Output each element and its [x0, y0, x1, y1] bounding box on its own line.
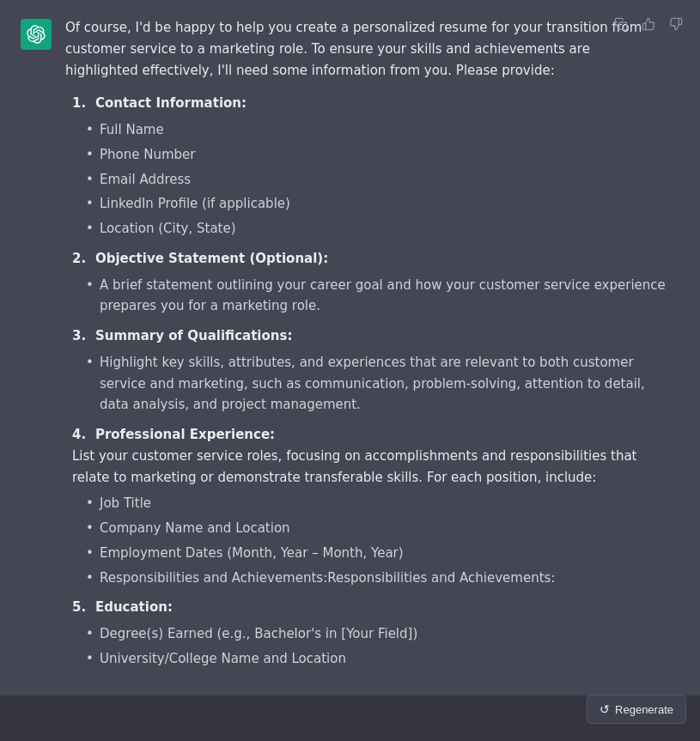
list-item: Highlight key skills, attributes, and ex…: [86, 352, 667, 416]
section-5-heading: Education:: [95, 599, 173, 615]
section-4-description: List your customer service roles, focusi…: [72, 448, 636, 485]
list-item: University/College Name and Location: [86, 648, 667, 670]
list-item: A brief statement outlining your career …: [86, 275, 667, 318]
assistant-avatar: [21, 19, 52, 50]
list-item: Degree(s) Earned (e.g., Bachelor's in [Y…: [86, 623, 667, 645]
section-3-items: Highlight key skills, attributes, and ex…: [86, 352, 667, 416]
intro-paragraph: Of course, I'd be happy to help you crea…: [65, 17, 667, 81]
section-5-items: Degree(s) Earned (e.g., Bachelor's in [Y…: [86, 623, 667, 670]
section-4-heading: Professional Experience:: [95, 427, 275, 442]
section-3: Summary of Qualifications: Highlight key…: [69, 325, 667, 416]
section-2-heading: Objective Statement (Optional):: [95, 251, 328, 266]
section-1-items: Full Name Phone Number Email Address Lin…: [86, 119, 667, 240]
regenerate-label: Regenerate: [615, 703, 673, 716]
regenerate-button[interactable]: ↺ Regenerate: [587, 695, 686, 724]
svg-rect-0: [619, 22, 627, 30]
regenerate-container: ↺ Regenerate: [587, 695, 686, 724]
thumbs-down-button[interactable]: [666, 14, 686, 34]
sections-list: Contact Information: Full Name Phone Num…: [69, 93, 667, 669]
section-4-items: Job Title Company Name and Location Empl…: [86, 493, 667, 588]
section-4: Professional Experience: List your custo…: [69, 424, 667, 588]
message-body: Of course, I'd be happy to help you crea…: [65, 17, 667, 678]
section-1: Contact Information: Full Name Phone Num…: [69, 93, 667, 240]
section-2: Objective Statement (Optional): A brief …: [69, 248, 667, 317]
copy-icon: [614, 17, 628, 31]
thumbs-up-button[interactable]: [638, 14, 659, 34]
openai-logo-icon: [27, 25, 46, 44]
list-item: Job Title: [86, 493, 667, 514]
list-item: Phone Number: [86, 144, 667, 166]
thumbs-up-icon: [642, 17, 655, 31]
list-item: Full Name: [86, 119, 667, 141]
list-item: Responsibilities and Achievements:Respon…: [86, 568, 667, 589]
list-item: LinkedIn Profile (if applicable): [86, 193, 667, 215]
message-text: Of course, I'd be happy to help you crea…: [65, 17, 667, 670]
section-5: Education: Degree(s) Earned (e.g., Bache…: [69, 597, 667, 669]
thumbs-down-icon: [669, 17, 683, 31]
chat-message: Of course, I'd be happy to help you crea…: [0, 0, 700, 695]
list-item: Employment Dates (Month, Year – Month, Y…: [86, 543, 667, 564]
action-buttons: [611, 14, 686, 34]
list-item: Email Address: [86, 169, 667, 191]
section-3-heading: Summary of Qualifications:: [95, 328, 293, 343]
section-1-heading: Contact Information:: [95, 95, 247, 111]
list-item: Company Name and Location: [86, 518, 667, 539]
regenerate-icon: ↺: [600, 702, 610, 716]
list-item: Location (City, State): [86, 218, 667, 240]
copy-button[interactable]: [611, 14, 631, 34]
section-2-items: A brief statement outlining your career …: [86, 275, 667, 318]
